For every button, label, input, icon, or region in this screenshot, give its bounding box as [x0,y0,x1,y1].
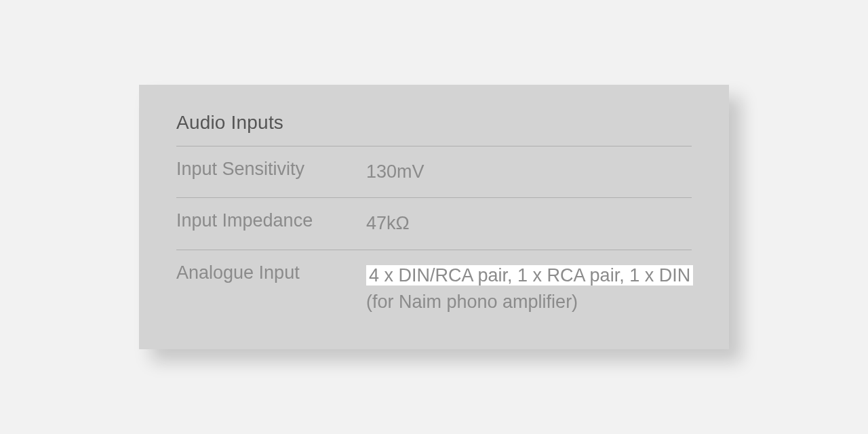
spec-label: Input Sensitivity [176,159,366,180]
spec-value: 4 x DIN/RCA pair, 1 x RCA pair, 1 x DIN … [366,262,692,315]
spec-label: Analogue Input [176,262,366,283]
highlighted-text: 4 x DIN/RCA pair, 1 x RCA pair, 1 x DIN [366,265,693,285]
spec-value: 47kΩ [366,210,692,237]
section-title: Audio Inputs [176,112,692,146]
spec-row: Input Impedance 47kΩ [176,198,692,250]
spec-row: Analogue Input 4 x DIN/RCA pair, 1 x RCA… [176,250,692,315]
spec-row: Input Sensitivity 130mV [176,146,692,198]
spec-value-rest: (for Naim phono amplifier) [366,292,578,312]
spec-card: Audio Inputs Input Sensitivity 130mV Inp… [139,85,729,349]
spec-value: 130mV [366,159,692,185]
spec-label: Input Impedance [176,210,366,231]
